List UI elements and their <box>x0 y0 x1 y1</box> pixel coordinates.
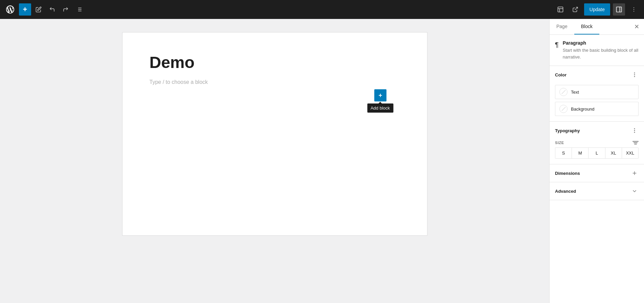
svg-rect-6 <box>558 7 563 12</box>
more-vertical-icon <box>631 72 638 78</box>
tab-block[interactable]: Block <box>574 19 599 34</box>
svg-point-18 <box>634 76 635 77</box>
svg-point-21 <box>634 132 635 133</box>
size-label-row: SIZE <box>555 141 639 145</box>
more-options-button[interactable] <box>628 3 640 16</box>
filter-line-2 <box>634 142 638 143</box>
svg-point-16 <box>634 73 635 73</box>
color-more-button[interactable] <box>630 71 639 79</box>
editor-area[interactable]: Demo Type / to choose a block Add block <box>0 19 549 303</box>
redo-button[interactable] <box>60 3 72 16</box>
size-grid: S M L XL XXL <box>555 147 639 159</box>
svg-point-19 <box>634 129 635 129</box>
size-l-button[interactable]: L <box>589 148 605 158</box>
text-color-option[interactable]: Text <box>555 85 639 99</box>
document-overview-button[interactable] <box>73 3 85 16</box>
plus-icon <box>378 93 383 98</box>
external-link-icon <box>572 6 578 13</box>
add-block-toolbar-button[interactable]: + <box>19 3 31 16</box>
svg-point-12 <box>634 9 634 10</box>
redo-icon <box>63 6 69 13</box>
paragraph-title: Paragraph <box>563 40 639 46</box>
size-xxl-button[interactable]: XXL <box>622 148 638 158</box>
dimensions-section-title: Dimensions <box>555 171 580 176</box>
toolbar-right: Update <box>554 3 640 16</box>
color-options: Text Background <box>550 84 644 121</box>
text-color-label: Text <box>571 90 579 95</box>
view-icon <box>557 6 564 13</box>
sidebar-tabs: Page Block ✕ <box>550 19 644 35</box>
typography-section-title: Typography <box>555 128 580 133</box>
color-section-title: Color <box>555 72 567 77</box>
typography-section-header[interactable]: Typography <box>550 122 644 139</box>
text-color-circle <box>559 88 568 96</box>
dimensions-add-button[interactable] <box>630 169 639 177</box>
pencil-icon <box>36 6 42 13</box>
more-options-icon <box>631 6 637 13</box>
block-placeholder[interactable]: Type / to choose a block <box>150 79 208 85</box>
filter-line-1 <box>632 141 639 142</box>
paragraph-description: Start with the basic building block of a… <box>563 47 639 60</box>
svg-point-13 <box>634 11 634 11</box>
view-post-button[interactable] <box>569 3 581 16</box>
svg-point-17 <box>634 74 635 75</box>
add-block-button[interactable] <box>374 89 386 101</box>
color-section-header[interactable]: Color <box>550 66 644 84</box>
size-s-button[interactable]: S <box>555 148 572 158</box>
typography-more-button[interactable] <box>630 126 639 135</box>
paragraph-info: ¶ Paragraph Start with the basic buildin… <box>550 35 644 66</box>
main-layout: Demo Type / to choose a block Add block … <box>0 19 644 303</box>
background-color-circle <box>559 105 568 113</box>
filter-icon <box>632 141 639 144</box>
background-color-option[interactable]: Background <box>555 102 639 116</box>
undo-button[interactable] <box>46 3 58 16</box>
size-label-text: SIZE <box>555 141 564 145</box>
update-button[interactable]: Update <box>584 3 610 16</box>
filter-line-3 <box>634 144 637 144</box>
close-sidebar-button[interactable]: ✕ <box>630 21 643 33</box>
background-color-label: Background <box>571 107 594 112</box>
paragraph-icon: ¶ <box>555 41 559 49</box>
editor-canvas: Demo Type / to choose a block Add block <box>123 32 427 235</box>
chevron-down-icon <box>631 188 638 194</box>
tab-page[interactable]: Page <box>550 19 574 34</box>
svg-point-20 <box>634 130 635 131</box>
page-title[interactable]: Demo <box>150 53 400 72</box>
advanced-collapse-button[interactable] <box>630 187 639 195</box>
color-section: Color Text Background <box>550 66 644 122</box>
top-toolbar: + <box>0 0 644 19</box>
view-button[interactable] <box>554 3 567 16</box>
list-icon <box>76 6 82 13</box>
plus-circle-icon <box>631 170 638 176</box>
typography-content: SIZE S M L XL XXL <box>550 139 644 164</box>
sidebar: Page Block ✕ ¶ Paragraph Start with the … <box>549 19 644 303</box>
sidebar-toggle-button[interactable] <box>613 3 625 16</box>
svg-line-9 <box>575 7 577 10</box>
size-xl-button[interactable]: XL <box>605 148 622 158</box>
advanced-section-title: Advanced <box>555 189 576 194</box>
tools-button[interactable] <box>32 3 45 16</box>
wp-logo <box>4 3 16 16</box>
typography-more-icon <box>631 127 638 134</box>
svg-rect-10 <box>617 7 622 12</box>
paragraph-text: Paragraph Start with the basic building … <box>563 40 639 60</box>
svg-point-11 <box>634 7 634 8</box>
add-block-container: Add block <box>374 89 386 101</box>
wordpress-logo-icon <box>6 5 14 14</box>
advanced-section-header[interactable]: Advanced <box>550 182 644 200</box>
typography-section: Typography SIZE S <box>550 122 644 164</box>
add-block-tooltip: Add block <box>367 103 393 113</box>
advanced-section: Advanced <box>550 182 644 200</box>
undo-icon <box>49 6 55 13</box>
sidebar-icon <box>616 6 622 13</box>
dimensions-section: Dimensions <box>550 164 644 182</box>
dimensions-section-header[interactable]: Dimensions <box>550 164 644 182</box>
size-m-button[interactable]: M <box>572 148 589 158</box>
